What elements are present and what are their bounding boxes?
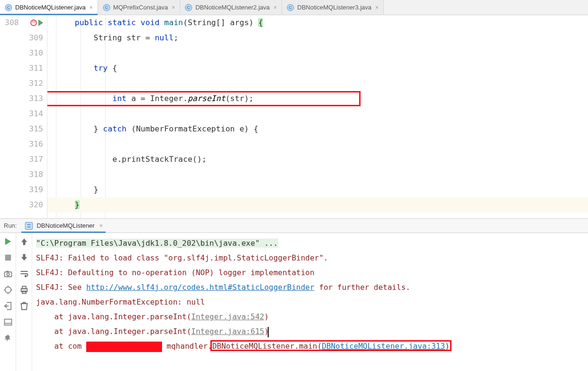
editor-tab[interactable]: CDBNoticeMQListener2.java× [180,0,282,15]
line-number: 319 [29,182,43,197]
gutter-line[interactable]: 310 [0,46,43,61]
run-config-icon [24,221,34,231]
line-number: 316 [29,137,43,152]
code-line[interactable]: try { [47,61,588,76]
close-icon[interactable]: × [171,4,175,11]
pin-icon[interactable] [3,334,13,343]
exit-icon[interactable] [3,301,13,311]
gutter-line[interactable]: 318 [0,167,43,182]
stacktrace-link[interactable]: http://www.slf4j.org/codes.html#StaticLo… [86,283,315,292]
java-class-icon: C [185,4,192,11]
up-arrow-icon[interactable] [19,237,29,246]
svg-rect-17 [4,319,11,325]
run-icon[interactable] [3,237,13,246]
svg-point-16 [5,287,11,293]
run-left-toolbar [0,233,16,371]
run-tool-window: Run: DBNoticeMQListener × [0,218,588,371]
editor-tab[interactable]: CDBNoticeMQListener3.java× [282,0,384,15]
code-line[interactable]: } [47,197,588,213]
soft-wrap-icon[interactable] [19,269,29,278]
gutter-line[interactable]: 314 [0,106,43,121]
editor-tabs: CDBNoticeMQListener.java×CMQPrefixConst.… [0,0,588,15]
line-number: 317 [29,152,43,167]
line-number: 312 [29,76,43,91]
console-line: at java.lang.Integer.parseInt(Integer.ja… [36,324,584,339]
code-editor[interactable]: 308309310311312313314315316317318319320 … [0,15,588,218]
code-line[interactable] [47,46,588,61]
tab-label: DBNoticeMQListener3.java [297,4,371,11]
svg-rect-10 [27,226,31,228]
debug-attach-icon[interactable] [3,285,13,295]
line-number: 318 [29,167,43,182]
svg-text:C: C [187,5,190,10]
stop-icon[interactable] [3,253,13,262]
svg-text:C: C [289,5,292,10]
run-tab[interactable]: DBNoticeMQListener × [21,219,106,232]
run-label: Run: [4,222,17,229]
editor-tab[interactable]: CMQPrefixConst.java× [98,0,181,15]
editor-tab[interactable]: CDBNoticeMQListener.java× [0,0,98,15]
console-line: SLF4J: Failed to load class "org.slf4j.i… [36,250,584,265]
editor-viewport[interactable]: public static void main(String[] args) {… [47,15,588,218]
console-line: at com mqhandler.DBNoticeMQListener.main… [36,339,584,353]
code-line[interactable]: String str = null; [47,30,588,46]
gutter-line[interactable]: 315 [0,121,43,137]
stacktrace-link[interactable]: Integer.java:615 [191,327,264,336]
line-number: 311 [29,61,43,76]
console-text: SLF4J: See [36,283,86,292]
console-text: DBNoticeMQListener.main [212,342,317,351]
trash-icon[interactable] [19,301,29,311]
code-line[interactable] [47,106,588,121]
console-text: ) [264,312,269,321]
svg-rect-15 [6,271,9,272]
stacktrace-link[interactable]: Integer.java:542 [191,312,264,321]
console-text: java.lang.NumberFormatException: null [36,297,205,306]
gutter-line[interactable]: 317 [0,152,43,167]
line-number: 314 [29,106,43,121]
line-number: 308 [5,15,19,30]
console-output[interactable]: "C:\Program Files\Java\jdk1.8.0_202\bin\… [32,233,588,371]
close-icon[interactable]: × [98,222,103,229]
down-arrow-icon[interactable] [19,253,29,262]
console-line: at java.lang.Integer.parseInt(Integer.ja… [36,309,584,324]
code-line[interactable]: public static void main(String[] args) { [47,15,588,30]
code-line[interactable] [47,167,588,182]
text-caret [268,327,269,337]
gutter-line[interactable]: 308 [0,15,43,30]
java-class-icon: C [5,4,12,11]
stacktrace-link[interactable]: DBNoticeMQListener.java:313 [322,342,445,351]
code-line[interactable] [47,137,588,152]
tab-label: DBNoticeMQListener.java [15,4,86,11]
gutter-line[interactable]: 311 [0,61,43,76]
console-text: at java.lang.Integer.parseInt( [36,312,191,321]
tab-label: MQPrefixConst.java [113,4,168,11]
redacted-text [86,342,162,352]
gutter-line[interactable]: 309 [0,30,43,46]
gutter-line[interactable]: 312 [0,76,43,91]
svg-rect-20 [22,287,26,289]
close-icon[interactable]: × [89,4,93,11]
code-line[interactable]: int a = Integer.parseInt(str); [47,91,588,106]
console-line: SLF4J: Defaulting to no-operation (NOP) … [36,265,584,280]
line-number: 310 [29,46,43,61]
gutter-line[interactable]: 319 [0,182,43,197]
gutter-line[interactable]: 316 [0,137,43,152]
camera-icon[interactable] [3,269,13,278]
console-text: SLF4J: Failed to load class "org.slf4j.i… [36,253,328,262]
gutter-line[interactable]: 313 [0,91,43,106]
code-line[interactable] [47,76,588,91]
run-gutter-icon[interactable] [38,19,43,26]
close-icon[interactable]: × [272,4,277,11]
svg-rect-21 [22,291,26,294]
layout-icon[interactable] [3,317,13,327]
code-line[interactable]: } [47,182,588,197]
print-icon[interactable] [19,285,29,295]
line-number: 309 [29,30,43,46]
code-line[interactable]: e.printStackTrace(); [47,152,588,167]
code-line[interactable]: } catch (NumberFormatException e) { [47,121,588,137]
svg-text:C: C [7,5,10,10]
console-line: java.lang.NumberFormatException: null [36,295,584,309]
gutter-line[interactable]: 320 [0,197,43,213]
close-icon[interactable]: × [374,4,379,11]
svg-rect-8 [26,222,33,229]
